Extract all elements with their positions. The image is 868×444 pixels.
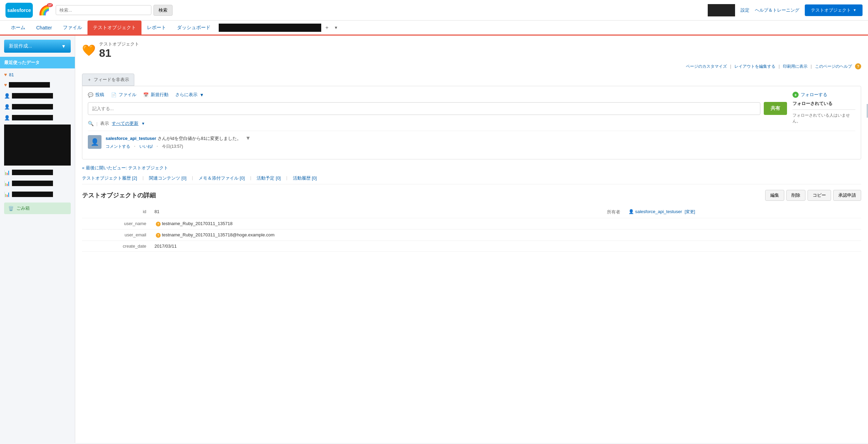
field-label-email: user_email — [82, 230, 150, 241]
page-title-label: テストオブジェクト — [99, 41, 139, 47]
related-tab-history[interactable]: テストオブジェクト履歴 [2] — [82, 175, 137, 181]
new-create-button[interactable]: 新規作成... ▼ — [4, 40, 71, 53]
notification-badge[interactable]: 17 — [47, 3, 53, 7]
recent-data-section: 最近使ったデータ — [0, 57, 75, 68]
rel-sep-4: | — [286, 175, 287, 181]
sidebar-item-redacted-4[interactable]: 👤 — [0, 112, 75, 123]
related-tab-notes[interactable]: メモ＆添付ファイル [0] — [199, 175, 245, 181]
nav-item-testobject[interactable]: テストオブジェクト — [87, 21, 141, 36]
follow-btn-label: フォローする — [801, 92, 827, 98]
copy-button[interactable]: コピー — [808, 190, 831, 201]
field-label-create-date: create_date — [82, 241, 150, 252]
feed-like-link[interactable]: いいね! — [139, 144, 153, 149]
new-action-icon: 📅 — [143, 92, 149, 97]
sidebar-redacted-2 — [12, 93, 53, 99]
customize-page-link[interactable]: ページのカスタマイズ — [686, 64, 727, 69]
detail-buttons: 編集 削除 コピー 承認申請 — [765, 190, 861, 201]
help-link[interactable]: ヘルプ＆トレーニング — [755, 7, 799, 13]
feed-more-action[interactable]: さらに表示 ▼ — [175, 92, 204, 98]
feed-post-action[interactable]: 💬 投稿 — [88, 92, 104, 98]
nav-arrow-icon[interactable]: ▼ — [331, 23, 341, 33]
nav-plus-icon[interactable]: + — [323, 22, 331, 34]
feed-text-input[interactable] — [88, 102, 760, 115]
related-tab-history2[interactable]: 活動履歴 [0] — [293, 175, 317, 181]
feed-item: 👤 salesforce_api_testuser さんがidを空白値から81に… — [88, 131, 855, 154]
back-link[interactable]: « 最後に開いたビュー: テストオブジェクト — [82, 165, 861, 171]
delete-button[interactable]: 削除 — [786, 190, 805, 201]
sidebar-item-redacted-6[interactable]: 📊 — [0, 178, 75, 189]
sidebar-toggle-button[interactable] — [867, 104, 868, 118]
chart-icon-2: 📊 — [4, 181, 10, 186]
feed-new-action[interactable]: 📅 新規行動 — [143, 92, 168, 98]
feed-section: + フォローする フォローされている フォローされている人はいません。 💬 投稿… — [82, 86, 861, 159]
nav-item-dashboard[interactable]: ダッシュボード — [172, 21, 216, 36]
owner-person-icon: 👤 — [628, 209, 634, 214]
sidebar-item-redacted-2[interactable]: 👤 — [0, 90, 75, 101]
feed-hide-icon: ＋ — [87, 77, 92, 83]
trash-section[interactable]: 🗑️ ごみ箱 — [4, 203, 71, 214]
share-button[interactable]: 共有 — [764, 102, 787, 115]
user-avatar — [708, 4, 735, 16]
approve-button[interactable]: 承認申請 — [833, 190, 861, 201]
filter-search-icon: 🔍 — [88, 121, 94, 126]
page-title-number: 81 — [99, 47, 139, 59]
nav-item-files[interactable]: ファイル — [57, 21, 87, 36]
plus-circle-icon: + — [792, 92, 799, 98]
table-row-id: id 81 所有者 👤 salesforce_api_testuser [変更] — [82, 206, 861, 218]
sidebar-redacted-7 — [12, 192, 53, 197]
dot-sep-2: ・ — [155, 144, 159, 149]
related-tab-content[interactable]: 関連コンテンツ [0] — [149, 175, 186, 181]
edit-layout-link[interactable]: レイアウトを編集する — [734, 64, 775, 69]
feed-comment-link[interactable]: コメントする — [106, 144, 130, 149]
person-icon-2: 👤 — [4, 104, 10, 109]
owner-link[interactable]: salesforce_api_testuser — [635, 209, 682, 214]
feed-user-link[interactable]: salesforce_api_testuser — [106, 136, 156, 141]
feed-hide-button[interactable]: ＋ フィードを非表示 — [82, 74, 134, 86]
sidebar-item-redacted-1[interactable]: ♥ — [0, 79, 75, 90]
filter-value-link[interactable]: すべての更新 — [112, 120, 138, 127]
page-title-text: テストオブジェクト 81 — [99, 41, 139, 59]
follow-button[interactable]: + フォローする — [792, 92, 855, 98]
settings-link[interactable]: 設定 — [741, 7, 749, 13]
field-label-owner: 所有者 — [556, 206, 624, 218]
sidebar: 新規作成... ▼ 最近使ったデータ ♥ 81 ♥ 👤 👤 👤 📊 — [0, 36, 75, 443]
new-create-arrow-icon: ▼ — [61, 43, 66, 49]
search-button[interactable]: 検索 — [153, 5, 173, 16]
detail-header: テストオブジェクトの詳細 編集 削除 コピー 承認申請 — [82, 190, 861, 201]
nav-item-home[interactable]: ホーム — [5, 21, 31, 36]
search-input[interactable] — [56, 5, 151, 15]
follow-section: + フォローする フォローされている フォローされている人はいません。 — [787, 92, 855, 124]
search-area: 検索 — [56, 5, 192, 16]
related-tab-activities[interactable]: 活動予定 [0] — [257, 175, 281, 181]
sidebar-item-redacted-5[interactable]: 📊 — [0, 167, 75, 178]
feed-dropdown-icon[interactable]: ▼ — [245, 135, 251, 141]
field-value-owner: 👤 salesforce_api_testuser [変更] — [624, 206, 861, 218]
sep-3: | — [811, 64, 812, 69]
sidebar-item-redacted-3[interactable]: 👤 — [0, 101, 75, 112]
print-link[interactable]: 印刷用に表示 — [783, 64, 808, 69]
nav-bar: ホーム Chatter ファイル テストオブジェクト レポート ダッシュボード … — [0, 21, 868, 36]
header-right: 設定 ヘルプ＆トレーニング テストオブジェクト ▼ — [708, 4, 863, 16]
nav-item-report[interactable]: レポート — [141, 21, 172, 36]
sidebar-item-81[interactable]: ♥ 81 — [0, 70, 75, 79]
feed-input-row: 共有 — [88, 102, 787, 115]
feed-avatar: 👤 — [88, 135, 101, 149]
page-title-area: 🧡 テストオブジェクト 81 — [82, 41, 861, 59]
file-icon: 📄 — [111, 92, 117, 97]
change-link[interactable]: [変更] — [684, 209, 695, 214]
help-page-link[interactable]: このページのヘルプ — [815, 64, 852, 69]
feed-file-action[interactable]: 📄 ファイル — [111, 92, 136, 98]
edit-button[interactable]: 編集 — [765, 190, 784, 201]
sidebar-item-link-81[interactable]: 81 — [9, 72, 14, 77]
rel-sep-3: | — [250, 175, 251, 181]
table-row-username: user_name ? testname_Ruby_20170311_13571… — [82, 218, 861, 230]
sidebar-item-redacted-7[interactable]: 📊 — [0, 189, 75, 200]
email-value-text: testname_Ruby_20170311_135718@hoge.examp… — [162, 232, 275, 237]
nav-redacted — [219, 24, 321, 32]
filter-label: 表示 — [100, 120, 109, 127]
filter-dropdown-icon[interactable]: ▼ — [141, 121, 145, 126]
heart-icon: ♥ — [4, 72, 7, 77]
test-object-button[interactable]: テストオブジェクト ▼ — [805, 4, 863, 16]
field-label-username: user_name — [82, 218, 150, 230]
nav-item-chatter[interactable]: Chatter — [31, 21, 57, 36]
